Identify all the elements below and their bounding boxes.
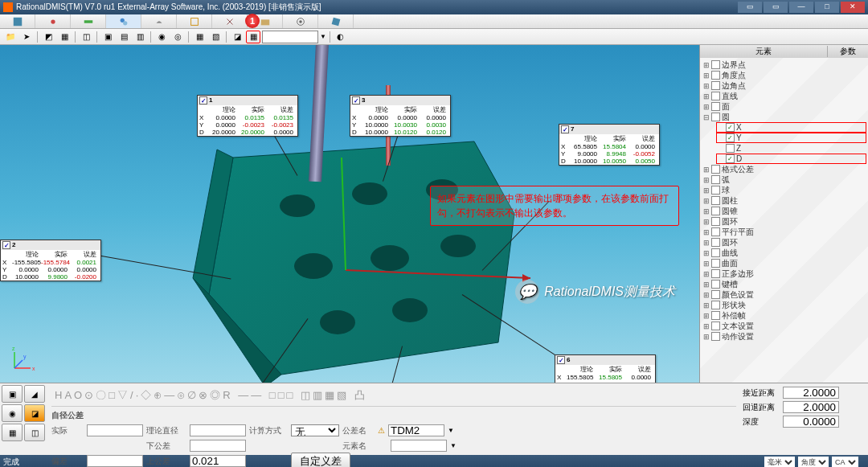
- tool-icon[interactable]: ▥: [133, 31, 147, 43]
- tree-item[interactable]: ⊞动作设置: [702, 331, 866, 342]
- tree-item[interactable]: ⊞曲面: [702, 258, 866, 268]
- tree-item[interactable]: ⊞颜色设置: [702, 289, 866, 300]
- calc-mode-select[interactable]: 无: [291, 424, 339, 436]
- svg-rect-9: [331, 17, 340, 26]
- menu-tab[interactable]: [0, 14, 35, 28]
- bottom-panel: ▣ ◢ ◉ ◪ ▦ ◫ HAO⊙〇□▽/·◇⊕—⊙∅⊗◎R —— □□□ ◫▥▦…: [0, 383, 868, 455]
- menu-tab[interactable]: [318, 14, 354, 28]
- lower-tol-input[interactable]: [190, 440, 246, 452]
- data-table[interactable]: ✓3理论实际误差X0.00000.00000.0000Y10.000010.00…: [350, 95, 451, 137]
- app-title: RationalDMIS(TM) V7.0 ru1 External-Array…: [16, 2, 321, 13]
- data-table[interactable]: ✓2理论实际误差X-155.5805-155.57840.0021Y0.0000…: [0, 240, 101, 281]
- tree-sub-item[interactable]: ✓X: [716, 122, 866, 133]
- bottom-tool-icon[interactable]: ◉: [2, 404, 23, 422]
- tree-item[interactable]: ⊞键槽: [702, 279, 866, 289]
- tree-item[interactable]: ⊞文本设置: [702, 321, 866, 331]
- tree-item[interactable]: ⊞球: [702, 185, 866, 195]
- tool-icon[interactable]: ▣: [100, 31, 115, 43]
- depth-input[interactable]: [783, 416, 839, 428]
- tree-item[interactable]: ⊞形状块: [702, 300, 866, 310]
- tool-icon[interactable]: ◉: [154, 31, 169, 43]
- ca-select[interactable]: CA: [832, 457, 858, 468]
- tool-icon[interactable]: ▦: [192, 31, 207, 43]
- svg-point-16: [294, 253, 333, 279]
- svg-point-20: [392, 298, 428, 322]
- menu-tab[interactable]: [141, 14, 177, 28]
- window-buttons: ▭ ▭ — □ ✕: [738, 2, 865, 13]
- tool-arrow-icon[interactable]: ➤: [19, 31, 34, 43]
- tree-item[interactable]: ⊞补偿帧: [702, 310, 866, 321]
- tree-item[interactable]: ⊞圆环: [702, 216, 866, 227]
- unit-select[interactable]: 毫米: [764, 457, 795, 468]
- tree-item[interactable]: ⊞弧: [702, 174, 866, 185]
- element-tree[interactable]: 2 ⊞边界点⊞角度点⊞边角点⊞直线⊞面⊟圆✓X✓YZ✓D⊞格式公差⊞弧⊞球⊞圆柱…: [700, 58, 868, 383]
- angle-select[interactable]: 角度: [798, 457, 829, 468]
- tool-icon[interactable]: ▦: [57, 31, 72, 43]
- tree-item[interactable]: ⊞面: [702, 101, 866, 112]
- deviation-input[interactable]: [87, 455, 143, 467]
- bottom-tool-icon[interactable]: ▦: [2, 424, 23, 441]
- tool-icon[interactable]: ▧: [208, 31, 223, 43]
- data-table[interactable]: ✓1理论实际误差X0.00000.01350.0135Y0.0000-0.002…: [197, 95, 298, 137]
- menu-tab[interactable]: [212, 14, 248, 28]
- tool-icon[interactable]: ◐: [334, 31, 348, 43]
- bottom-tool-icon[interactable]: ▣: [2, 385, 23, 403]
- tree-item[interactable]: ⊞平行平面: [702, 227, 866, 237]
- maximize-button[interactable]: □: [815, 2, 839, 13]
- data-table[interactable]: ✓7理论实际误差X65.580515.58040.0000Y9.00008.99…: [559, 124, 660, 166]
- menu-tab[interactable]: [283, 14, 318, 28]
- tree-item[interactable]: ⊞边角点: [702, 80, 866, 91]
- tree-item[interactable]: ⊞边界点: [702, 59, 866, 70]
- tree-item[interactable]: ⊞圆柱: [702, 195, 866, 206]
- extra-btn-2[interactable]: ▭: [764, 2, 788, 13]
- bottom-tool-grid: ▣ ◢ ◉ ◪ ▦ ◫: [0, 383, 48, 455]
- menu-tab[interactable]: [71, 14, 106, 28]
- menu-tab[interactable]: [106, 14, 141, 28]
- svg-point-1: [51, 19, 55, 23]
- tol-name-input[interactable]: [388, 424, 444, 436]
- minimize-button[interactable]: —: [789, 2, 813, 13]
- tool-icon[interactable]: ◩: [41, 31, 55, 43]
- actual-input[interactable]: [87, 424, 143, 436]
- app-icon: [3, 2, 13, 12]
- retract-input[interactable]: [783, 401, 839, 413]
- tool-icon[interactable]: ◪: [230, 31, 244, 43]
- tree-item[interactable]: ⊞曲线: [702, 248, 866, 258]
- data-table[interactable]: ✓6理论实际误差X155.580515.58050.0000Y0.0000-0.…: [555, 354, 656, 383]
- sidebar: 元素参数 2 ⊞边界点⊞角度点⊞边角点⊞直线⊞面⊟圆✓X✓YZ✓D⊞格式公差⊞弧…: [699, 45, 868, 383]
- tree-sub-item[interactable]: Z: [716, 143, 866, 154]
- upper-tol-input[interactable]: [190, 455, 246, 467]
- svg-rect-6: [260, 19, 269, 25]
- approach-input[interactable]: [783, 387, 839, 399]
- tree-sub-item[interactable]: ✓D: [716, 154, 866, 164]
- toolbar-combo[interactable]: [262, 31, 318, 43]
- viewport-3d[interactable]: ✓1理论实际误差X0.00000.01350.0135Y0.0000-0.002…: [0, 45, 699, 383]
- tree-item[interactable]: ⊞直线: [702, 91, 866, 101]
- tree-item[interactable]: ⊞角度点: [702, 70, 866, 80]
- custom-tol-button[interactable]: 自定义差: [291, 453, 350, 468]
- menu-tab[interactable]: [35, 14, 71, 28]
- tree-item[interactable]: ⊞格式公差: [702, 164, 866, 174]
- menu-tab[interactable]: [177, 14, 212, 28]
- tool-icon[interactable]: ◎: [170, 31, 185, 43]
- tool-icon[interactable]: ▤: [117, 31, 131, 43]
- extra-btn-1[interactable]: ▭: [738, 2, 762, 13]
- tool-open-icon[interactable]: 📁: [3, 31, 18, 43]
- bottom-tool-icon[interactable]: ◫: [24, 424, 45, 441]
- tree-item[interactable]: ⊞正多边形: [702, 268, 866, 279]
- tree-sub-item[interactable]: ✓Y: [716, 133, 866, 143]
- bottom-tool-icon[interactable]: ◪: [24, 404, 45, 422]
- sidebar-header: 元素参数: [700, 45, 868, 58]
- tree-item[interactable]: ⊟圆: [702, 112, 866, 122]
- tree-item[interactable]: ⊞圆锥: [702, 206, 866, 216]
- tool-icon[interactable]: ◫: [79, 31, 93, 43]
- elem-name-input[interactable]: [391, 440, 447, 452]
- shape-row[interactable]: HAO⊙〇□▽/·◇⊕—⊙∅⊗◎R —— □□□ ◫▥▦▧ 凸: [51, 385, 736, 407]
- tree-item[interactable]: ⊞圆环: [702, 237, 866, 248]
- toolbar: 📁 ➤ ◩ ▦ ◫ ▣ ▤ ▥ ◉ ◎ ▦ ▧ ◪ ▦ 1 ▼ ◐: [0, 29, 868, 45]
- bottom-tool-icon[interactable]: ◢: [24, 385, 45, 403]
- close-button[interactable]: ✕: [841, 2, 865, 13]
- bottom-form: HAO⊙〇□▽/·◇⊕—⊙∅⊗◎R —— □□□ ◫▥▦▧ 凸 自径公差 实际 …: [48, 383, 739, 455]
- tool-report-button[interactable]: ▦ 1: [246, 31, 260, 43]
- theo-diam-input[interactable]: [190, 424, 246, 436]
